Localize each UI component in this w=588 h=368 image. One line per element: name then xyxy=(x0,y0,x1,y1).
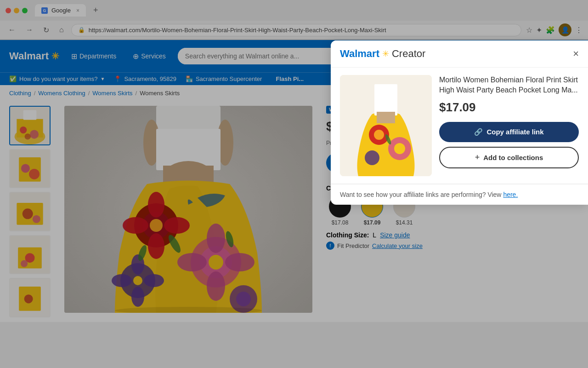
plus-icon: + xyxy=(475,153,480,162)
svg-point-62 xyxy=(394,143,405,154)
creator-footer-link[interactable]: here. xyxy=(503,191,518,198)
add-to-collections-button[interactable]: + Add to collections xyxy=(439,147,579,168)
creator-product-name: Mortilo Women Bohemian Floral Print Skir… xyxy=(439,75,579,96)
creator-footer: Want to see how your affiliate links are… xyxy=(331,184,588,205)
svg-point-60 xyxy=(374,130,384,140)
creator-footer-text: Want to see how your affiliate links are… xyxy=(340,191,501,198)
creator-product-price: $17.09 xyxy=(439,100,579,115)
creator-logo: Walmart ✳ Creator xyxy=(340,48,425,60)
creator-product-section: Mortilo Women Bohemian Floral Print Skir… xyxy=(331,68,588,184)
creator-modal: Walmart ✳ Creator × xyxy=(331,40,588,205)
modal-close-button[interactable]: × xyxy=(573,48,579,60)
creator-spark-icon: ✳ xyxy=(382,49,389,59)
copy-affiliate-link-button[interactable]: 🔗 Copy affiliate link xyxy=(439,122,579,142)
creator-label-text: Creator xyxy=(392,48,425,60)
svg-rect-57 xyxy=(374,84,397,115)
creator-product-info: Mortilo Women Bohemian Floral Print Skir… xyxy=(439,75,579,176)
creator-product-thumbnail xyxy=(340,75,432,176)
copy-link-label: Copy affiliate link xyxy=(486,128,543,136)
link-icon: 🔗 xyxy=(474,128,483,136)
creator-modal-header: Walmart ✳ Creator × xyxy=(331,40,588,68)
add-collections-label: Add to collections xyxy=(483,154,543,161)
svg-rect-58 xyxy=(377,112,395,123)
svg-point-63 xyxy=(365,150,379,165)
creator-walmart-text: Walmart xyxy=(340,48,379,60)
